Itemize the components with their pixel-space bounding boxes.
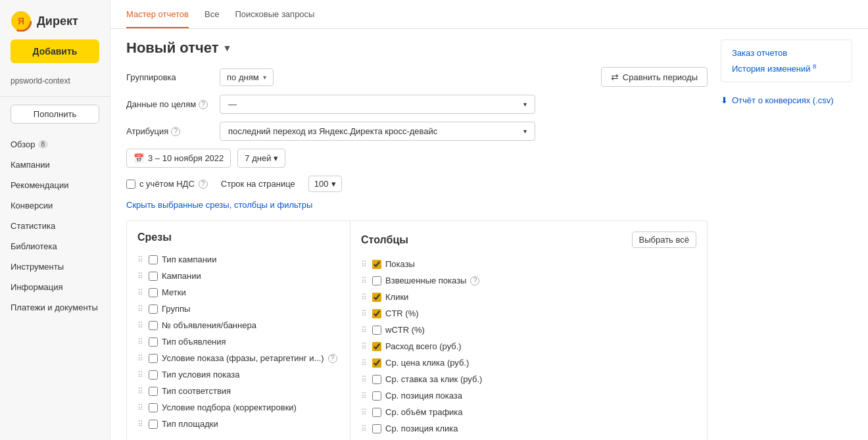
sidebar-item-overview[interactable]: Обзор 8 xyxy=(0,134,110,155)
column-row-clicks: ⠿Клики xyxy=(361,289,696,305)
column-help-icon[interactable]: ? xyxy=(470,276,479,285)
column-row-avg_click_price: ⠿Ср. цена клика (руб.) xyxy=(361,354,696,371)
slice-label-ad_number: № объявления/баннера xyxy=(162,320,256,330)
sidebar-item-statistics[interactable]: Статистика xyxy=(0,216,110,236)
badge-overview: 8 xyxy=(38,140,49,149)
compare-periods-button[interactable]: ⇄ Сравнить периоды xyxy=(601,67,708,87)
column-checkbox-avg_traffic[interactable] xyxy=(372,408,381,417)
slice-label-condition_type: Тип условия показа xyxy=(162,370,239,379)
slice-label-ad_type: Тип объявления xyxy=(162,337,226,347)
data-goals-help-icon[interactable]: ? xyxy=(199,100,208,109)
data-goals-dropdown[interactable]: — ▾ xyxy=(220,95,535,114)
slice-checkbox-condition_type[interactable] xyxy=(149,370,158,379)
grouping-dropdown[interactable]: по дням ▾ xyxy=(220,68,274,86)
slice-checkbox-show_condition[interactable] xyxy=(149,354,158,363)
date-range-button[interactable]: 📅 3 – 10 ноября 2022 xyxy=(126,149,231,168)
column-label-avg_traffic: Ср. объём трафика xyxy=(385,407,463,417)
svg-text:Я: Я xyxy=(18,16,24,26)
column-row-total_cost: ⠿Расход всего (руб.) xyxy=(361,338,696,354)
column-row-ctr: ⠿CTR (%) xyxy=(361,305,696,322)
data-goals-label: Данные по целям ? xyxy=(126,99,212,109)
rows-per-page-dropdown[interactable]: 100 ▾ xyxy=(308,176,342,192)
change-history-link[interactable]: История изменений 8 xyxy=(732,63,841,74)
column-label-avg_click_pos: Ср. позиция клика xyxy=(385,424,458,433)
slice-checkbox-platform_type[interactable] xyxy=(149,420,158,429)
tab-search[interactable]: Поисковые запросы xyxy=(235,1,314,28)
compare-label: Сравнить периоды xyxy=(623,72,698,82)
sidebar-item-recommendations[interactable]: Рекомендации xyxy=(0,175,110,195)
date-row: 📅 3 – 10 ноября 2022 7 дней ▾ xyxy=(126,149,708,168)
slice-checkbox-tags[interactable] xyxy=(149,288,158,297)
slice-checkbox-ad_type[interactable] xyxy=(149,337,158,347)
drag-handle-icon: ⠿ xyxy=(361,276,367,285)
columns-column: Столбцы Выбрать всё ⠿Показы⠿Взвешенные п… xyxy=(350,221,707,440)
date-range-value: 3 – 10 ноября 2022 xyxy=(148,153,224,163)
slice-checkbox-match_type[interactable] xyxy=(149,387,158,396)
slice-help-icon[interactable]: ? xyxy=(328,354,337,363)
export-label: Отчёт о конверсиях (.csv) xyxy=(732,95,834,105)
sidebar-item-conversions[interactable]: Конверсии xyxy=(0,195,110,216)
order-reports-link[interactable]: Заказ отчетов xyxy=(732,48,841,58)
replenish-button[interactable]: Пополнить xyxy=(11,105,99,124)
select-all-button[interactable]: Выбрать всё xyxy=(632,232,696,248)
column-checkbox-ctr[interactable] xyxy=(372,309,381,318)
add-button[interactable]: Добавить xyxy=(11,39,99,63)
slice-row-platform_type: ⠿Тип площадки xyxy=(137,416,339,432)
column-checkbox-wctr[interactable] xyxy=(372,326,381,335)
vat-checkbox-label[interactable]: с учётом НДС ? xyxy=(126,179,208,189)
download-icon: ⬇ xyxy=(721,95,728,105)
slice-checkbox-selection_condition[interactable] xyxy=(149,403,158,412)
data-goals-arrow-icon: ▾ xyxy=(523,101,527,108)
report-title-arrow[interactable]: ▼ xyxy=(222,43,231,53)
slice-row-show_condition: ⠿Условие показа (фразы, ретаргетинг и...… xyxy=(137,350,339,366)
column-label-impressions: Показы xyxy=(385,259,415,269)
slice-row-campaign_type: ⠿Тип кампании xyxy=(137,251,339,268)
sidebar-item-library[interactable]: Библиотека xyxy=(0,236,110,257)
column-label-wctr: wCTR (%) xyxy=(385,325,425,335)
sidebar-item-payments[interactable]: Платежи и документы xyxy=(0,297,110,318)
attribution-dropdown[interactable]: последний переход из Яндекс.Директа крос… xyxy=(220,122,535,141)
export-conversions-button[interactable]: ⬇ Отчёт о конверсиях (.csv) xyxy=(721,93,852,108)
drag-handle-icon: ⠿ xyxy=(137,305,143,314)
days-arrow-icon: ▾ xyxy=(274,153,278,163)
drag-handle-icon: ⠿ xyxy=(361,326,367,335)
sidebar-nav: Обзор 8КампанииРекомендацииКонверсииСтат… xyxy=(0,134,110,318)
column-label-avg_click_price: Ср. цена клика (руб.) xyxy=(385,358,469,368)
column-row-weighted_impressions: ⠿Взвешенные показы? xyxy=(361,272,696,289)
column-checkbox-avg_bid[interactable] xyxy=(372,375,381,384)
sidebar-item-instruments[interactable]: Инструменты xyxy=(0,257,110,277)
attribution-help-icon[interactable]: ? xyxy=(171,127,180,136)
data-goals-value: — xyxy=(228,99,237,109)
column-checkbox-avg_click_pos[interactable] xyxy=(372,424,381,433)
drag-handle-icon: ⠿ xyxy=(361,391,367,401)
column-checkbox-avg_show_pos[interactable] xyxy=(372,391,381,401)
column-label-total_cost: Расход всего (руб.) xyxy=(385,341,462,351)
vat-help-icon[interactable]: ? xyxy=(199,180,208,189)
column-checkbox-clicks[interactable] xyxy=(372,293,381,302)
slice-checkbox-campaigns[interactable] xyxy=(149,272,158,281)
slice-label-campaigns: Кампании xyxy=(162,271,201,281)
sidebar-item-campaigns[interactable]: Кампании xyxy=(0,155,110,175)
days-dropdown[interactable]: 7 дней ▾ xyxy=(237,149,285,168)
slice-checkbox-campaign_type[interactable] xyxy=(149,255,158,264)
column-checkbox-total_cost[interactable] xyxy=(372,342,381,351)
calendar-icon: 📅 xyxy=(133,153,144,163)
column-row-avg_bid: ⠿Ср. ставка за клик (руб.) xyxy=(361,371,696,387)
column-checkbox-weighted_impressions[interactable] xyxy=(372,276,381,285)
right-sidebar: Заказ отчетов История изменений 8 ⬇ Отчё… xyxy=(708,39,852,440)
toggle-filters-link[interactable]: Скрыть выбранные срезы, столбцы и фильтр… xyxy=(126,200,312,210)
tab-master[interactable]: Мастер отчетов xyxy=(126,1,189,28)
sidebar-item-info[interactable]: Информация xyxy=(0,277,110,297)
rows-arrow-icon: ▾ xyxy=(331,179,336,189)
main-content: Мастер отчетовВсеПоисковые запросы Новый… xyxy=(110,0,868,440)
attribution-arrow-icon: ▾ xyxy=(523,128,527,135)
tab-all[interactable]: Все xyxy=(205,1,219,28)
columns-header: Столбцы Выбрать всё xyxy=(361,232,696,248)
vat-checkbox[interactable] xyxy=(126,180,135,189)
slice-checkbox-ad_number[interactable] xyxy=(149,321,158,330)
slice-checkbox-groups[interactable] xyxy=(149,305,158,314)
column-checkbox-avg_click_price[interactable] xyxy=(372,358,381,368)
column-checkbox-impressions[interactable] xyxy=(372,260,381,269)
drag-handle-icon: ⠿ xyxy=(361,375,367,384)
slice-row-campaigns: ⠿Кампании xyxy=(137,268,339,284)
